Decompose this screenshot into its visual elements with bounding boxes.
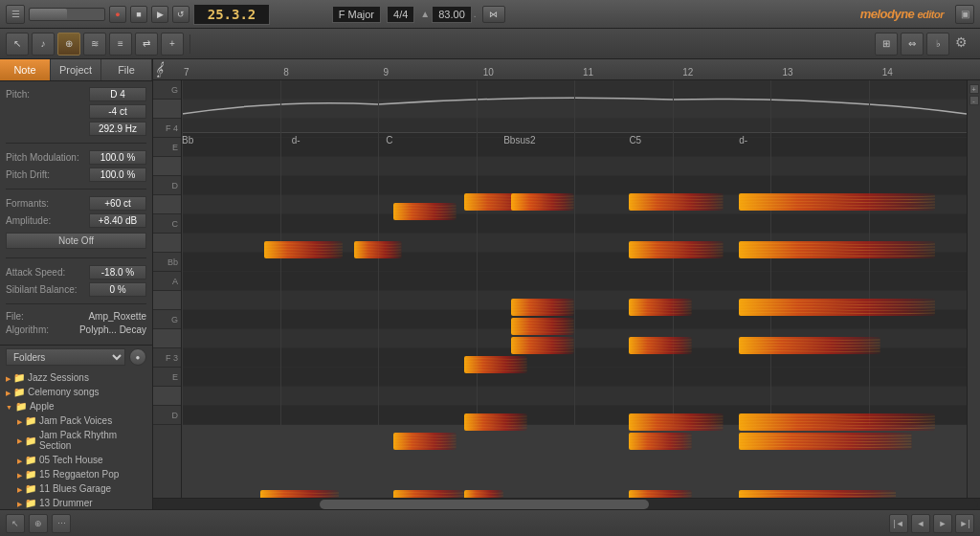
tab-file[interactable]: File bbox=[101, 59, 152, 80]
settings-btn[interactable]: ⚙ bbox=[955, 34, 974, 54]
divider-4 bbox=[6, 303, 146, 304]
bottom-prev[interactable]: ◄ bbox=[911, 514, 930, 533]
pitch-hz-value[interactable]: 292.9 Hz bbox=[89, 122, 146, 136]
note-blob[interactable] bbox=[739, 193, 935, 211]
note-fill bbox=[629, 413, 723, 431]
list-item[interactable]: 📁Jam Pack Voices bbox=[0, 413, 152, 428]
list-item[interactable]: 📁13 Drummer bbox=[0, 496, 152, 509]
metronome-btn[interactable]: ⋈ bbox=[482, 6, 505, 23]
scrollbar-track[interactable] bbox=[155, 500, 978, 509]
key-display[interactable]: F Major bbox=[332, 6, 381, 23]
note-blob[interactable] bbox=[629, 193, 723, 211]
sibilant-value[interactable]: 0 % bbox=[89, 282, 146, 297]
note-blob[interactable] bbox=[511, 337, 574, 354]
list-item[interactable]: 📁05 Tech House bbox=[0, 453, 152, 467]
note-fill bbox=[739, 241, 935, 258]
bottom-rewind[interactable]: |◄ bbox=[889, 514, 908, 533]
note-blob[interactable] bbox=[739, 413, 935, 431]
note-blob[interactable] bbox=[739, 490, 896, 498]
file-label: File: bbox=[6, 311, 24, 322]
window-toggle-btn[interactable]: ☰ bbox=[6, 5, 25, 24]
algorithm-value: Polyph... Decay bbox=[79, 324, 146, 335]
note-blob[interactable] bbox=[464, 356, 527, 373]
note-blob[interactable] bbox=[739, 241, 935, 258]
formant-tool[interactable]: ≡ bbox=[109, 33, 132, 56]
position-display: 25.3.2 bbox=[193, 4, 270, 25]
browser-type-select[interactable]: Folders bbox=[6, 348, 125, 366]
h-scrollbar[interactable] bbox=[153, 498, 980, 509]
bottom-btn-2[interactable]: ⊕ bbox=[29, 514, 48, 533]
list-item[interactable]: 📁Jam Pack Rhythm Section bbox=[0, 428, 152, 453]
browser-item-label: 11 Blues Garage bbox=[39, 483, 111, 494]
note-blob[interactable] bbox=[393, 203, 457, 220]
scrollbar-thumb[interactable] bbox=[320, 500, 649, 509]
browser-item-label: 15 Reggaeton Pop bbox=[39, 469, 119, 480]
note-blob[interactable] bbox=[629, 299, 692, 316]
note-blob[interactable] bbox=[511, 318, 574, 335]
tab-project[interactable]: Project bbox=[51, 59, 101, 80]
select-tool[interactable]: ⊕ bbox=[57, 33, 80, 56]
note-blob[interactable] bbox=[739, 433, 911, 450]
list-item[interactable]: 📁11 Blues Garage bbox=[0, 481, 152, 496]
time-tool[interactable]: ⇄ bbox=[135, 33, 158, 56]
tempo-display[interactable]: 83.00 bbox=[432, 6, 472, 23]
note-blob[interactable] bbox=[393, 433, 457, 450]
bottom-next[interactable]: ► bbox=[933, 514, 952, 533]
note-blob[interactable] bbox=[629, 490, 692, 498]
record-btn[interactable]: ● bbox=[109, 6, 126, 23]
time-sig-display[interactable]: 4/4 bbox=[387, 6, 414, 23]
bottom-btn-3[interactable]: ⋯ bbox=[52, 514, 71, 533]
right-win-btn[interactable]: ▣ bbox=[955, 5, 974, 24]
note-blob[interactable] bbox=[264, 241, 343, 258]
edition-label: editor bbox=[917, 9, 944, 20]
note-blob[interactable] bbox=[464, 490, 503, 498]
list-item[interactable]: 📁15 Reggaeton Pop bbox=[0, 467, 152, 481]
loop-btn[interactable]: ↺ bbox=[172, 6, 189, 23]
note-blob[interactable] bbox=[511, 193, 574, 211]
arrow-tool[interactable]: ↖ bbox=[6, 33, 29, 56]
pitch-value[interactable]: D 4 bbox=[89, 87, 146, 101]
note-blob[interactable] bbox=[629, 241, 723, 258]
pitch-mod-value[interactable]: 100.0 % bbox=[89, 150, 146, 165]
note-blob[interactable] bbox=[629, 337, 692, 354]
chord-label: d- bbox=[292, 135, 301, 145]
quantize-btn[interactable]: ⊞ bbox=[875, 33, 898, 56]
note-blob[interactable] bbox=[739, 299, 935, 316]
note-off-btn[interactable]: Note Off bbox=[6, 233, 146, 249]
formants-value[interactable]: +60 ct bbox=[89, 196, 146, 211]
position-slider[interactable] bbox=[29, 8, 105, 21]
pitch-cents-value[interactable]: -4 ct bbox=[89, 104, 146, 119]
note-blob[interactable] bbox=[629, 433, 692, 450]
browser-action-btn[interactable]: ● bbox=[129, 348, 146, 366]
note-tool[interactable]: + bbox=[161, 33, 184, 56]
list-item[interactable]: 📁Apple bbox=[0, 399, 152, 413]
attack-speed-value[interactable]: -18.0 % bbox=[89, 265, 146, 279]
play-btn[interactable]: ▶ bbox=[151, 6, 168, 23]
stretch-btn[interactable]: ⇔ bbox=[901, 33, 924, 56]
note-blob[interactable] bbox=[393, 490, 464, 498]
note-blob[interactable] bbox=[739, 337, 880, 354]
amplitude-tool[interactable]: ≋ bbox=[83, 33, 106, 56]
main-grid[interactable]: Bbd-CBbsus2C5d- bbox=[182, 80, 967, 498]
bottom-forward[interactable]: ►| bbox=[955, 514, 974, 533]
strip-btn-1[interactable]: + bbox=[969, 84, 979, 94]
note-blob[interactable] bbox=[354, 241, 401, 258]
amplitude-value[interactable]: +8.40 dB bbox=[89, 213, 146, 228]
note-fill bbox=[739, 433, 911, 450]
note-blob[interactable] bbox=[629, 413, 723, 431]
note-blob[interactable] bbox=[260, 490, 339, 498]
folder-open-icon bbox=[6, 402, 12, 412]
pitch-drift-value[interactable]: 100.0 % bbox=[89, 168, 146, 182]
list-item[interactable]: 📁Jazz Sessions bbox=[0, 370, 152, 385]
clef-symbol: 𝄞 bbox=[155, 61, 170, 78]
strip-btn-2[interactable]: - bbox=[969, 96, 979, 105]
note-fill bbox=[464, 356, 527, 373]
pitch-tool[interactable]: ♪ bbox=[32, 33, 55, 56]
tab-note[interactable]: Note bbox=[0, 59, 51, 80]
list-item[interactable]: 📁Celemony songs bbox=[0, 385, 152, 399]
bottom-btn-1[interactable]: ↖ bbox=[6, 514, 25, 533]
note-blob[interactable] bbox=[511, 299, 574, 316]
note-blob[interactable] bbox=[464, 413, 527, 431]
pitch-snap-btn[interactable]: ♭ bbox=[926, 33, 949, 56]
stop-btn[interactable]: ■ bbox=[130, 6, 147, 23]
